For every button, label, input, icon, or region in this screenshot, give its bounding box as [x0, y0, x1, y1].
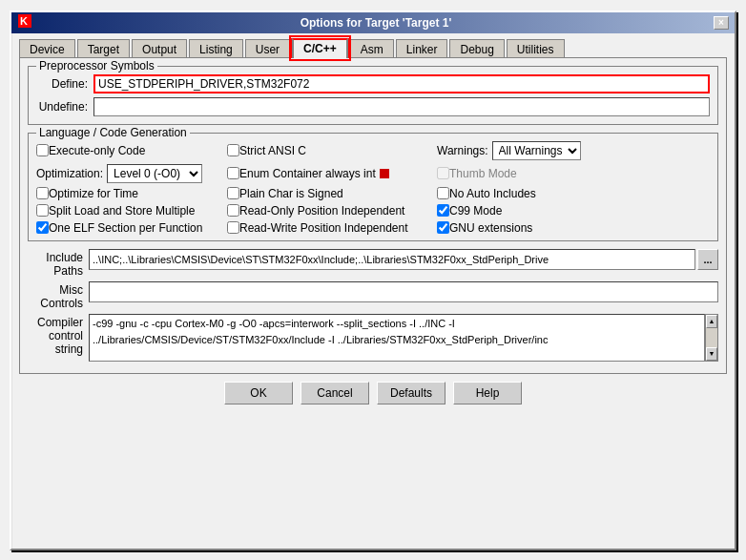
close-button[interactable]: × — [714, 16, 729, 30]
compiler-control-row: Compiler control string -c99 -gnu -c -cp… — [28, 314, 718, 362]
tab-device[interactable]: Device — [19, 39, 75, 58]
tab-target[interactable]: Target — [77, 39, 130, 58]
warnings-select[interactable]: All Warnings — [492, 141, 581, 160]
plain-char-checkbox[interactable] — [227, 187, 239, 199]
optimization-label: Optimization: — [36, 167, 103, 180]
split-load-container: Split Load and Store Multiple — [36, 204, 227, 218]
readwrite-pos-label: Read-Write Position Independent — [239, 221, 408, 235]
strict-ansi-label: Strict ANSI C — [239, 144, 306, 157]
readonly-pos-label: Read-Only Position Independent — [239, 204, 404, 218]
warnings-label: Warnings: — [437, 144, 488, 157]
optimize-time-label: Optimize for Time — [49, 187, 138, 200]
cancel-button[interactable]: Cancel — [300, 382, 369, 404]
execute-only-label: Execute-only Code — [49, 144, 145, 157]
enum-container-checkbox[interactable] — [227, 167, 239, 179]
split-load-checkbox[interactable] — [36, 204, 49, 217]
help-button[interactable]: Help — [453, 382, 522, 404]
red-indicator — [380, 169, 389, 178]
svg-text:K: K — [20, 15, 28, 27]
defaults-button[interactable]: Defaults — [377, 382, 446, 404]
main-window: K Options for Target 'Target 1' × Device… — [10, 10, 736, 550]
thumb-mode-container: Thumb Mode — [437, 167, 517, 180]
title-icon: K — [17, 13, 32, 31]
optimize-time-checkbox[interactable] — [36, 187, 49, 199]
misc-controls-row: Misc Controls — [28, 281, 718, 310]
misc-controls-input[interactable] — [89, 281, 718, 302]
c99-mode-checkbox[interactable] — [437, 204, 449, 217]
misc-controls-input-wrapper — [89, 281, 718, 302]
define-row: Define: — [36, 74, 710, 93]
ok-button[interactable]: OK — [224, 382, 293, 404]
enum-container-label: Enum Container always int — [239, 167, 376, 180]
tab-utilities[interactable]: Utilities — [507, 39, 565, 58]
compiler-control-wrapper: -c99 -gnu -c -cpu Cortex-M0 -g -O0 -apcs… — [89, 314, 718, 362]
readwrite-pos-container: Read-Write Position Independent — [227, 221, 437, 235]
tab-output[interactable]: Output — [132, 39, 187, 58]
gnu-ext-container: GNU extensions — [437, 221, 532, 235]
thumb-mode-label: Thumb Mode — [449, 167, 517, 180]
one-elf-container: One ELF Section per Function — [36, 221, 227, 235]
include-paths-browse[interactable]: ... — [697, 249, 718, 270]
tab-debug[interactable]: Debug — [449, 39, 504, 58]
define-label: Define: — [36, 77, 93, 91]
preprocessor-label: Preprocessor Symbols — [36, 59, 157, 73]
compiler-line1: -c99 -gnu -c -cpu Cortex-M0 -g -O0 -apcs… — [90, 315, 704, 333]
row3: Optimize for Time Plain Char is Signed N… — [36, 187, 710, 200]
compiler-control-label: Compiler control string — [28, 314, 89, 356]
row1: Execute-only Code Strict ANSI C Warnings… — [36, 141, 710, 160]
readonly-pos-checkbox[interactable] — [227, 204, 239, 217]
tab-asm[interactable]: Asm — [350, 39, 394, 58]
plain-char-label: Plain Char is Signed — [239, 187, 343, 200]
tab-bar: Device Target Output Listing User C/C++ … — [19, 37, 727, 57]
no-auto-includes-container: No Auto Includes — [437, 187, 536, 200]
title-bar: K Options for Target 'Target 1' × — [11, 12, 735, 33]
warnings-container: Warnings: All Warnings — [437, 141, 581, 160]
compiler-control-display: -c99 -gnu -c -cpu Cortex-M0 -g -O0 -apcs… — [89, 314, 705, 362]
undefine-row: Undefine: — [36, 97, 710, 116]
readonly-pos-container: Read-Only Position Independent — [227, 204, 437, 218]
scrollbar-v: ▲ ▼ — [705, 314, 718, 362]
enum-container-row: Enum Container always int — [227, 167, 437, 180]
preprocessor-group: Preprocessor Symbols Define: Undefine: — [28, 66, 718, 125]
split-load-label: Split Load and Store Multiple — [49, 204, 195, 218]
misc-controls-label: Misc Controls — [28, 281, 89, 310]
gnu-ext-checkbox[interactable] — [437, 221, 449, 234]
include-paths-label: Include Paths — [28, 249, 89, 278]
tab-user[interactable]: User — [245, 39, 290, 58]
define-input[interactable] — [93, 74, 710, 93]
optimization-select[interactable]: Level 0 (-O0) — [107, 164, 202, 183]
plain-char-container: Plain Char is Signed — [227, 187, 437, 200]
language-group: Language / Code Generation Execute-only … — [28, 133, 718, 241]
strict-ansi-container: Strict ANSI C — [227, 144, 437, 157]
strict-ansi-checkbox[interactable] — [227, 144, 239, 156]
no-auto-includes-checkbox[interactable] — [437, 187, 449, 199]
gnu-ext-label: GNU extensions — [449, 221, 532, 235]
optimization-select-wrapper: Level 0 (-O0) — [107, 164, 202, 183]
thumb-mode-checkbox[interactable] — [437, 167, 449, 179]
execute-only-container: Execute-only Code — [36, 144, 227, 157]
include-paths-display: ..\INC;..\Libraries\CMSIS\Device\ST\STM3… — [89, 249, 695, 270]
tab-content: Preprocessor Symbols Define: Undefine: L… — [19, 57, 727, 374]
no-auto-includes-label: No Auto Includes — [449, 187, 536, 200]
undefine-label: Undefine: — [36, 100, 93, 114]
scrollbar-down-btn[interactable]: ▼ — [706, 347, 717, 361]
readwrite-pos-checkbox[interactable] — [227, 221, 239, 234]
tab-cc[interactable]: C/C++ — [292, 38, 348, 58]
optimize-time-container: Optimize for Time — [36, 187, 227, 200]
tab-listing[interactable]: Listing — [189, 39, 243, 58]
language-label: Language / Code Generation — [36, 126, 190, 139]
scrollbar-up-btn[interactable]: ▲ — [706, 315, 717, 328]
optimization-container: Optimization: Level 0 (-O0) — [36, 164, 227, 183]
c99-mode-container: C99 Mode — [437, 204, 502, 218]
title-text: Options for Target 'Target 1' — [300, 16, 452, 30]
row4: Split Load and Store Multiple Read-Only … — [36, 204, 710, 218]
compiler-line2: ../Libraries/CMSIS/Device/ST/STM32F0xx/I… — [90, 333, 704, 347]
one-elf-label: One ELF Section per Function — [49, 221, 202, 235]
execute-only-checkbox[interactable] — [36, 144, 49, 156]
bottom-bar: OK Cancel Defaults Help — [19, 374, 727, 408]
tab-linker[interactable]: Linker — [396, 39, 448, 58]
window-controls: × — [714, 16, 729, 30]
include-paths-input-wrapper: ..\INC;..\Libraries\CMSIS\Device\ST\STM3… — [89, 249, 718, 270]
undefine-input[interactable] — [93, 97, 710, 116]
one-elf-checkbox[interactable] — [36, 221, 49, 234]
